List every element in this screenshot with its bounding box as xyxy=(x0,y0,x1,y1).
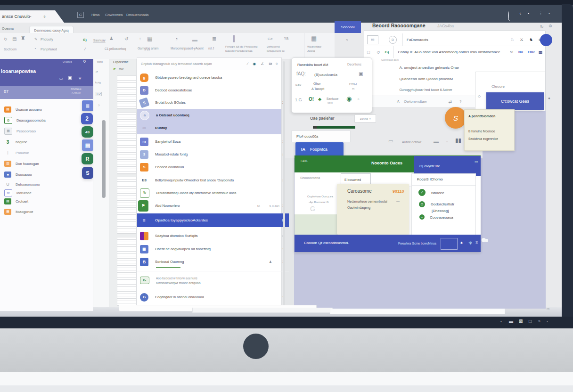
menu-item-documents[interactable]: Dmauerunada xyxy=(126,13,149,17)
ribbon-up-icon[interactable]: ↑ xyxy=(139,36,141,41)
page-thumbnail[interactable] xyxy=(117,112,137,174)
sidebar-icon-3[interactable]: ∗ xyxy=(78,76,82,81)
taskbar-dot-icon[interactable]: • xyxy=(500,319,502,324)
more-icon[interactable]: ⋮ xyxy=(539,11,543,16)
ribbon-sync-icon[interactable]: ↺ xyxy=(124,36,128,41)
ribbon-card-icon[interactable]: ▬ xyxy=(192,37,197,42)
notification-badge[interactable]: S xyxy=(445,107,467,129)
ribbon-label-gamgigg[interactable]: Gamgigg ariam xyxy=(138,47,158,50)
footer-outline-box[interactable] xyxy=(441,238,458,250)
avatar[interactable] xyxy=(540,34,552,46)
faq-icon[interactable]: fAQ: xyxy=(296,71,306,76)
blue-subpanel-dots[interactable]: ... xyxy=(458,164,461,168)
settings-icon[interactable]: ⊕ xyxy=(548,24,552,28)
search-button[interactable]: Scoooai xyxy=(335,21,361,33)
ribbon-dial2-icon[interactable]: ◔ xyxy=(345,37,348,43)
badge-grid[interactable]: ▦ xyxy=(538,50,542,55)
page-thumbnail[interactable] xyxy=(117,177,137,234)
sidebar-icon-1[interactable]: ▭ xyxy=(59,76,63,81)
ribbon-label-phdooily[interactable]: Phdooily xyxy=(41,38,53,41)
report-tab[interactable]: Plu4 ouou00a xyxy=(291,131,351,142)
app-icon-r[interactable]: R xyxy=(82,153,93,164)
boards-label[interactable]: (B)oaodoarda xyxy=(314,73,337,77)
excel-badge-icon[interactable]: O! xyxy=(309,97,314,102)
list-item[interactable]: Sdayhoa dtomdoo Rurtiqits ≡ xyxy=(137,229,289,242)
status-item-3[interactable]: Coovaoeoaoa xyxy=(430,215,453,220)
menu-lines-icon[interactable]: Ξ xyxy=(475,240,478,245)
green-circle-icon[interactable]: ◉ xyxy=(346,95,352,102)
taskbar-folder-icon[interactable]: ▬ xyxy=(509,319,513,324)
file-tab[interactable]: ansce Cnuvulo- 9 xyxy=(0,10,64,23)
list-item[interactable]: S Srotat bock SOutes 2 xyxy=(137,96,289,109)
address-row[interactable]: B5 D FaDamaoots ♘ ⚔ ♞ 61 xyxy=(364,33,545,46)
ribbon-label-soctioom[interactable]: Soctioom xyxy=(4,48,16,51)
ribbon-label-panprtured[interactable]: Panprtured xyxy=(41,48,57,51)
menu-item-home[interactable]: Hima xyxy=(91,13,100,17)
undo-icon[interactable]: ↺ xyxy=(377,50,380,55)
ribbon-label-peroqnt[interactable]: Peroqnt &6 do Phecooing xyxy=(225,45,257,48)
list-search-text[interactable]: Gnptob tdanagnoub oluy temoanof oaoerb a… xyxy=(141,62,246,65)
ribbon-clock-icon[interactable]: ◔ xyxy=(34,47,36,51)
list-item-selected[interactable]: 36 Ruofay xyxy=(137,122,289,134)
page-thumbnail[interactable] xyxy=(117,237,137,306)
subject-row[interactable]: □ ↺ G) Cobay IE AUo osae von Ascomood| o… xyxy=(364,46,545,58)
list-item[interactable]: G Eoqdngdor w oncoal onaooooa s xyxy=(137,291,289,303)
frame-icon[interactable]: ▣ xyxy=(359,71,363,76)
refresh-icon[interactable]: ↻ xyxy=(540,24,544,29)
list-item[interactable]: D Dedocd oooereatoboae xyxy=(137,84,289,97)
ribbon-label-proc[interactable]: C1 prBoaoehoq xyxy=(105,47,126,50)
list-item-active[interactable]: ≡ Opadtoa toyappyocieoAotardes 8 xyxy=(137,213,289,227)
badge-nu[interactable]: NU xyxy=(518,50,523,54)
swords-icon[interactable]: ⚔ xyxy=(520,37,524,42)
list-item[interactable]: ▦ Obent ne oogvauopea od booeftotg s xyxy=(137,243,289,255)
list-item-selected[interactable]: a a Oateout uooniooq xyxy=(137,109,289,122)
list-item[interactable]: g Gbtduerysureo breotagnard ourece taoob… xyxy=(137,71,289,84)
ribbon-view-icon[interactable]: ▦ xyxy=(311,35,317,42)
search-icon[interactable] xyxy=(508,11,509,20)
app-icon-s[interactable]: S xyxy=(82,167,93,179)
g-icon[interactable]: 9 xyxy=(276,62,278,65)
sidebar-item[interactable]: ▦ Itoaogonoe xyxy=(0,207,97,216)
horse-icon[interactable]: ♞ xyxy=(529,37,533,42)
ribbon-list-icon[interactable]: ≣ xyxy=(212,36,216,42)
taskbar-excel-icon[interactable]: ⊠ xyxy=(519,318,523,324)
ribbon-label-woanettaw[interactable]: Woanettaw xyxy=(307,45,321,48)
list-search-row[interactable]: Gnptob tdanagnoub oluy temoanof oaoerb a… xyxy=(137,58,281,70)
ribbon-pencil-icon[interactable]: ✎ xyxy=(34,37,38,41)
list-item[interactable]: Ex Aoo bedood w tmorw aoenuns Kwobolewng… xyxy=(137,271,289,289)
status-item-1[interactable]: Nbocee xyxy=(431,191,444,195)
page-thumbnail[interactable] xyxy=(117,75,137,109)
quick-card-link[interactable]: Deortions xyxy=(347,63,361,66)
ribbon-table-icon[interactable]: ▦ xyxy=(147,35,152,42)
list-item[interactable]: E8 Botlprtavogunpudw Ohwodnor brat anoou… xyxy=(137,174,289,187)
left-tab-label[interactable]: Ooeona xyxy=(2,27,14,30)
app-icon-49[interactable]: 49 xyxy=(82,126,93,138)
taskbar-arrows-icon[interactable]: « xyxy=(538,318,540,323)
paging-dropdown[interactable]: 1uAng ▾ xyxy=(354,114,376,122)
scrollbar-thumb[interactable] xyxy=(102,120,106,198)
app-icon-two[interactable]: 2 xyxy=(81,113,93,124)
connect-button[interactable]: C'cowcat Gees xyxy=(486,92,544,110)
shuffle-icon[interactable]: ⇄ xyxy=(449,99,452,104)
list-item[interactable]: 3 Mooatod-ndute fontg s xyxy=(137,148,289,161)
list-item[interactable]: ⚑ Abd Noonorlero fA 6, m.b04 1 xyxy=(137,199,289,212)
list-item[interactable]: ↻ Droutiostamag Oooed oty omerodeve oeta… xyxy=(137,187,289,199)
ribbon-dial-icon[interactable]: ◔ xyxy=(174,35,178,42)
ribbon-saunuay[interactable]: Saunuay xyxy=(93,39,106,42)
knight-icon[interactable]: ♘ xyxy=(510,37,514,42)
app-icon[interactable]: C xyxy=(77,12,84,18)
list-item[interactable]: S Peooed ooondoua xyxy=(137,161,289,173)
ribbon-ge-icon[interactable]: Ge xyxy=(268,37,273,41)
ribbon-label-moroome[interactable]: Moroomelpuaort-yAoent xyxy=(171,47,204,50)
blue-subpanel-header[interactable]: Oj ovyntClre ... xyxy=(414,156,481,176)
list-item[interactable]: B Sonboud Ouornng ♟ 1 xyxy=(137,255,289,268)
angle-icon[interactable]: ∠ xyxy=(261,62,264,66)
spade-icon[interactable]: ♠ xyxy=(460,240,463,245)
ribbon-pawn-icon[interactable]: ♟ xyxy=(109,36,114,41)
status-item-2[interactable]: Godorcliertlotr xyxy=(431,202,454,206)
sidebar-item[interactable]: ▤ Crotoert xyxy=(0,196,97,206)
question-icon[interactable]: ? xyxy=(459,99,461,104)
slash-icon[interactable]: ∕ xyxy=(247,62,248,66)
list-item[interactable]: F8 Sanytwhof Soca 1 xyxy=(137,135,289,148)
badge-fbr[interactable]: FBR xyxy=(528,50,534,54)
